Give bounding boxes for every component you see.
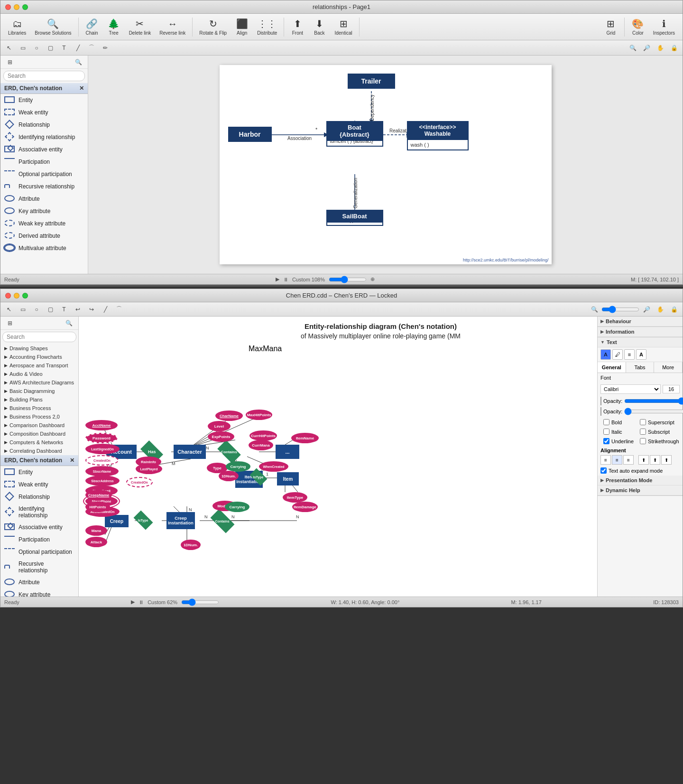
close-button-2[interactable]	[5, 293, 11, 299]
creep-entity[interactable]: Creep	[105, 515, 129, 527]
italic-checkbox[interactable]	[603, 429, 609, 435]
toolbar-front[interactable]: ⬆ Front	[287, 16, 308, 37]
istype-bottom-relation[interactable]: IsType	[133, 510, 153, 530]
opacity-slider-2[interactable]	[624, 408, 683, 415]
text-align-btn[interactable]: ≡	[624, 349, 635, 360]
text-format-btn[interactable]: A	[636, 349, 646, 360]
createdon2-attr[interactable]: CreatedOn	[126, 477, 153, 487]
sailboat-box[interactable]: SailBoat turnRight ( ) turnLeft ( )	[326, 210, 383, 226]
ds-composition[interactable]: ▶ Composition Dashboard	[0, 429, 78, 438]
category-header-2[interactable]: ERD, Chen's notation ✕	[0, 455, 78, 466]
bottom-canvas-area[interactable]: Entity-relationship diagram (Chen's nota…	[79, 317, 683, 597]
ds-comparison[interactable]: ▶ Comparison Dashboard	[0, 421, 78, 429]
tab-tabs[interactable]: Tabs	[626, 362, 655, 373]
bottom-search-btn[interactable]: 🔍	[62, 317, 75, 329]
align-center[interactable]: ≡	[612, 455, 622, 465]
superscript-checkbox[interactable]	[640, 419, 646, 425]
ds-accounting[interactable]: ▶ Accounting Flowcharts	[0, 353, 78, 361]
boat-box[interactable]: Boat{Abstract} wash ( ) load (Trailer t)…	[326, 121, 383, 147]
presentation-mode-header[interactable]: ▶ Presentation Mode	[598, 476, 683, 485]
toolbar-identical[interactable]: ⊞ Identical	[331, 16, 356, 37]
creep-instantiation-entity[interactable]: CreepInstantiation	[166, 512, 195, 529]
bottom-sidebar-recursive[interactable]: Recursive relationship	[0, 558, 78, 576]
text-highlight-btn[interactable]: 🖊	[612, 349, 623, 360]
bottom-sidebar-participation[interactable]: Participation	[0, 533, 78, 546]
close-button[interactable]	[5, 4, 11, 10]
currmana-attr[interactable]: CurrMana	[249, 440, 273, 450]
pointer-tool-2[interactable]: ↖	[2, 304, 16, 315]
acctname-attr[interactable]: AcctName	[85, 420, 118, 430]
valign-middle[interactable]: ⬆	[650, 455, 660, 465]
tab-more[interactable]: More	[654, 362, 683, 373]
tab-general[interactable]: General	[598, 362, 626, 373]
currhitpoints-attr[interactable]: CurrHitPoints	[249, 430, 277, 441]
sidebar-grid-btn[interactable]: ⊞	[3, 56, 17, 68]
undo-btn[interactable]: ↩	[71, 304, 84, 315]
line-tool[interactable]: ╱	[71, 42, 84, 54]
bottom-sidebar-associative[interactable]: Associative entity	[0, 521, 78, 533]
level-attr[interactable]: Level	[208, 421, 231, 431]
carrying-top-attr[interactable]: Carrying	[226, 461, 250, 472]
bottom-sidebar-key-attr[interactable]: Key attribute	[0, 588, 78, 597]
align-left[interactable]: ≡	[600, 455, 611, 465]
behaviour-header[interactable]: ▶ Behaviour	[598, 317, 683, 327]
lock-tool-2[interactable]: 🔒	[667, 304, 681, 315]
font-name-select[interactable]: Calibri	[600, 384, 661, 394]
createdon-attr[interactable]: CreatedOn	[85, 455, 119, 466]
rounded-tool[interactable]: ▢	[44, 42, 57, 54]
toolbar-browse[interactable]: 🔍 Browse Solutions	[31, 16, 75, 37]
line-tool-2[interactable]: ╱	[99, 304, 112, 315]
erd-canvas-paper[interactable]: Entity-relationship diagram (Chen's nota…	[79, 317, 683, 597]
sidebar-item-multivalue[interactable]: Multivalue attribute	[0, 242, 88, 254]
toolbar-rotate[interactable]: ↻ Rotate & Flip	[195, 16, 231, 37]
sidebar-item-key-attr[interactable]: _ Key attribute	[0, 205, 88, 217]
zoom-in[interactable]: 🔍	[626, 42, 639, 54]
sidebar-item-optional[interactable]: Optional participation	[0, 168, 88, 180]
sidebar-item-recursive[interactable]: Recursive relationship	[0, 180, 88, 193]
zoom-max-1[interactable]: ⊕	[370, 276, 375, 282]
toolbar-distribute[interactable]: ⋮⋮ Distribute	[253, 16, 281, 37]
hand-tool-2[interactable]: ✋	[654, 304, 667, 315]
toolbar-reverse-link[interactable]: ↔ Reverse link	[156, 17, 189, 37]
sidebar-item-relationship[interactable]: Relationship	[0, 119, 88, 131]
bottom-sidebar-weak-entity[interactable]: Weak entity	[0, 478, 78, 491]
ds-building[interactable]: ▶ Building Plans	[0, 395, 78, 404]
lock-tool[interactable]: 🔒	[667, 42, 681, 54]
ds-correlating[interactable]: ▶ Correlating Dashboard	[0, 447, 78, 455]
rect-tool[interactable]: ▭	[16, 42, 29, 54]
pause-btn-2[interactable]: ⏸	[138, 599, 144, 605]
align-right[interactable]: ≡	[623, 455, 634, 465]
sidebar-item-entity[interactable]: Entity	[0, 94, 88, 106]
redo-btn[interactable]: ↪	[85, 304, 98, 315]
sidebar-item-associative[interactable]: Associative entity	[0, 143, 88, 156]
charname-attr[interactable]: CharName	[215, 411, 243, 421]
sidebar-item-identifying[interactable]: Identifying relationship	[0, 131, 88, 143]
bottom-sidebar-identifying[interactable]: Identifying relationship	[0, 503, 78, 521]
creepname-attr[interactable]: CreepName	[85, 490, 112, 500]
toolbar-color[interactable]: 🎨 Color	[628, 16, 648, 37]
opacity-slider-1[interactable]	[624, 397, 683, 405]
subscript-checkbox[interactable]	[640, 429, 646, 435]
pen-tool[interactable]: ✏	[99, 42, 112, 54]
maxmana-attr[interactable]: MaxMana	[249, 345, 282, 353]
idnum-top-attr[interactable]: 1DNum.	[219, 471, 239, 481]
zoom-slider-bottom[interactable]	[181, 598, 219, 606]
sidebar-item-derived[interactable]: Derived attribute	[0, 230, 88, 242]
ds-aerospace[interactable]: ▶ Aerospace and Transport	[0, 361, 78, 370]
ds-computers[interactable]: ▶ Computers & Networks	[0, 438, 78, 447]
rounded-tool-2[interactable]: ▢	[44, 304, 57, 315]
maximize-button-2[interactable]	[22, 293, 28, 299]
contains-relation[interactable]: Contains	[217, 440, 240, 463]
character-entity[interactable]: Character	[174, 445, 206, 459]
maximize-button[interactable]	[22, 4, 28, 10]
category-close-icon[interactable]: ✕	[79, 85, 84, 92]
font-size-input[interactable]	[663, 385, 680, 393]
category-close-icon-2[interactable]: ✕	[70, 457, 74, 464]
category-header-1[interactable]: ERD, Chen's notation ✕	[0, 83, 88, 94]
text-color-btn[interactable]: A	[600, 349, 611, 360]
text-tool[interactable]: T	[57, 42, 71, 54]
toolbar-chain[interactable]: 🔗 Chain	[82, 16, 102, 37]
contains-bottom-relation[interactable]: Contains	[211, 509, 235, 533]
lastsignedon-attr[interactable]: LastSignedOn	[85, 444, 120, 454]
zoom-slider-1[interactable]	[329, 276, 367, 283]
